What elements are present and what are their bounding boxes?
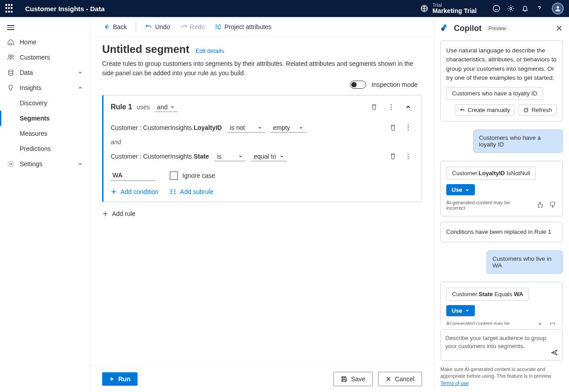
app-title: Customer Insights - Data [25,5,105,13]
sidebar-item-label: Customers [20,54,50,61]
label: Add rule [112,210,135,217]
project-attributes-button[interactable]: Project attributes [211,22,275,32]
condition-row: Customer : CustomerInsights.LoyaltyID is… [111,119,414,137]
create-manually-button[interactable]: Create manually [455,104,515,116]
sidebar-item-insights[interactable]: Insights [0,80,90,95]
response-expression: Customer.State Equals WA [446,288,529,301]
rule-card: Rule 1 uses and Customer : Custo [102,95,422,202]
data-icon [7,69,14,76]
sidebar-item-predictions[interactable]: Predictions [0,141,90,156]
ai-note: AI-generated content may be incorrect [446,321,526,325]
delete-rule-icon[interactable] [368,101,380,113]
svg-point-8 [391,104,392,105]
user-avatar[interactable] [552,3,564,14]
save-button[interactable]: Save [333,372,373,386]
sidebar-toggle[interactable] [0,21,90,34]
customers-icon [7,54,14,61]
label: Add condition [121,188,159,195]
ignore-case-checkbox[interactable] [170,172,178,180]
send-icon[interactable] [551,349,559,357]
sidebar-item-data[interactable]: Data [0,65,90,80]
condition-entity: Customer : CustomerInsights.LoyaltyID [111,124,222,131]
label: Use [452,186,462,193]
sidebar-item-label: Measures [20,130,47,137]
copilot-footer-note: Make sure AI-generated content is accura… [434,363,569,392]
play-icon [109,376,115,382]
add-rule-button[interactable]: Add rule [102,202,422,225]
notifications-icon[interactable] [518,1,532,16]
svg-point-6 [9,70,13,72]
label: Project attributes [224,23,272,30]
rule-more-icon[interactable] [385,101,397,113]
sidebar-item-settings[interactable]: Settings [0,156,90,172]
rule-uses-label: uses [137,103,150,111]
redo-icon [180,23,187,30]
svg-point-14 [408,154,409,155]
back-button[interactable]: Back [99,22,130,32]
label: Cancel [395,375,414,383]
use-button[interactable]: Use [446,184,475,195]
chevron-down-icon [78,161,83,167]
globe-icon [421,5,428,12]
label: Add subrule [180,188,214,195]
inspection-toggle[interactable] [350,81,366,89]
example-chip[interactable]: Customers who have a loyalty ID [446,87,543,100]
sidebar-item-segments[interactable]: Segments [0,111,90,126]
environment-picker[interactable]: Trial Marketing Trial [421,2,477,14]
edit-details-link[interactable]: Edit details [196,47,224,54]
collapse-rule-icon[interactable] [402,101,414,113]
copilot-title: Copilot [454,24,482,33]
and-label: and [111,137,414,147]
thumbs-up-icon[interactable] [536,201,544,209]
value-select[interactable]: equal to [251,152,287,161]
undo-button[interactable]: Undo [142,22,173,32]
thumbs-down-icon[interactable] [549,322,557,325]
settings-icon[interactable] [504,1,518,16]
operator-select[interactable]: is not [227,123,265,133]
sidebar-item-discovery[interactable]: Discovery [0,95,90,111]
copilot-response-card: Customer.State Equals WA Use AI-generate… [440,282,563,325]
use-button[interactable]: Use [446,305,475,316]
thumbs-up-icon[interactable] [536,322,544,325]
condition-row: Customer : CustomerInsights.State is equ… [111,147,414,165]
feedback-icon[interactable] [489,1,504,16]
label: Refresh [531,107,552,113]
label: Save [351,375,365,383]
label: Create manually [468,107,510,113]
sidebar-item-customers[interactable]: Customers [0,50,90,65]
value-select[interactable]: empty [270,123,306,133]
sidebar-item-label: Predictions [20,145,51,152]
close-icon[interactable] [556,25,563,32]
sidebar-item-label: Data [20,69,33,76]
value-input[interactable] [111,170,155,181]
operator-select[interactable]: is [214,152,246,161]
redo-button[interactable]: Redo [177,22,208,32]
copilot-intro-card: Use natural language to describe the cha… [440,40,563,121]
terms-link[interactable]: Terms of use [440,380,469,386]
status-text: Conditions have been replaced in Rule 1 [446,228,557,237]
delete-condition-icon[interactable] [387,121,399,134]
condition-more-icon[interactable] [402,121,414,134]
rule-logic-select[interactable]: and [155,103,177,112]
refresh-button[interactable]: Refresh [518,104,557,116]
sidebar-item-label: Segments [20,115,50,122]
svg-point-1 [493,5,500,12]
sidebar-item-measures[interactable]: Measures [0,126,90,141]
undo-icon [145,23,152,30]
copilot-input[interactable]: Describe your target audience to group y… [440,329,563,361]
help-icon[interactable] [532,1,547,16]
sidebar-item-label: Insights [20,84,41,91]
thumbs-down-icon[interactable] [549,201,557,209]
condition-more-icon[interactable] [402,150,414,163]
run-button[interactable]: Run [102,372,138,386]
add-condition-button[interactable]: Add condition [111,188,159,195]
copilot-response-card: Customer.LoyaltyID IsNotNull Use AI-gene… [440,161,563,216]
add-subrule-button[interactable]: Add subrule [169,188,214,195]
app-launcher-icon[interactable] [5,4,14,13]
svg-point-4 [9,55,11,57]
label: Run [118,375,130,383]
label: Redo [190,23,205,30]
delete-condition-icon[interactable] [387,150,399,163]
cancel-button[interactable]: Cancel [378,372,422,386]
sidebar-item-home[interactable]: Home [0,34,90,50]
